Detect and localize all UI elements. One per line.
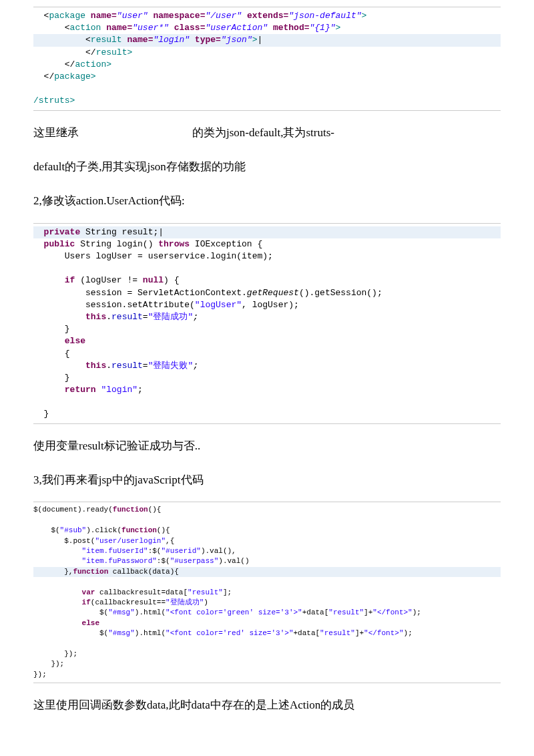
code-block-java: private String result;| public String lo… — [33, 223, 501, 424]
paragraph-4: 使用变量result标记验证成功与否.. — [33, 433, 501, 458]
paragraph-6: 这里使用回调函数参数data,此时data中存在的是上述Action的成员 — [33, 693, 501, 717]
code-block-xml: <package name="user" namespace="/user" e… — [33, 7, 501, 111]
paragraph-3: 2,修改该action.UserAction代码: — [33, 188, 501, 213]
code-block-js: $(document).ready(function(){ $("#sub").… — [33, 502, 501, 683]
document-page: <package name="user" namespace="/user" e… — [0, 7, 534, 717]
paragraph-2: default的子类,用其实现json存储数据的功能 — [33, 154, 501, 179]
paragraph-5: 3,我们再来看jsp中的javaScript代码 — [33, 467, 501, 492]
paragraph-1: 这里继承的类为json-default,其为struts- — [33, 120, 501, 145]
